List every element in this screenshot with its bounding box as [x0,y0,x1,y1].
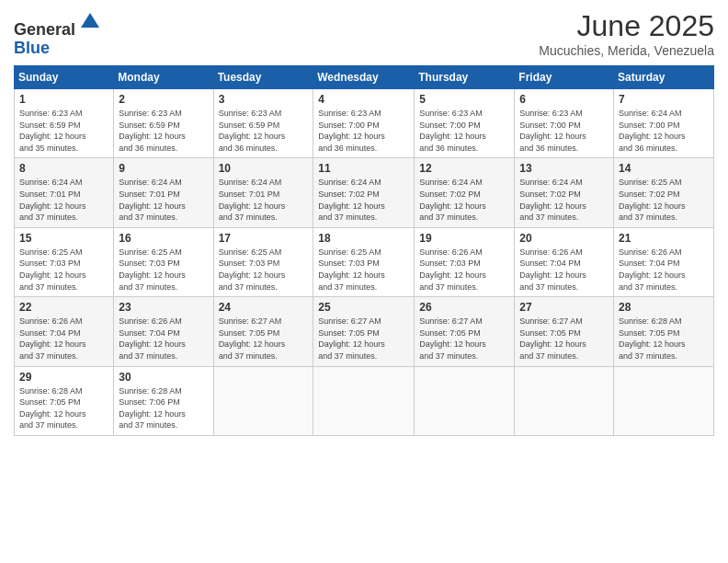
day-cell-5: 5 Sunrise: 6:23 AM Sunset: 7:00 PM Dayli… [415,89,515,158]
header-wednesday: Wednesday [313,66,415,89]
day-number: 22 [19,301,108,314]
day-info: Sunrise: 6:27 AM Sunset: 7:05 PM Dayligh… [519,316,609,362]
day-cell-9: 9 Sunrise: 6:24 AM Sunset: 7:01 PM Dayli… [114,158,213,227]
svg-marker-0 [81,13,99,28]
day-number: 1 [19,93,108,106]
day-number: 7 [619,93,709,106]
day-number: 23 [119,301,208,314]
calendar-week-2: 8 Sunrise: 6:24 AM Sunset: 7:01 PM Dayli… [15,158,714,227]
day-number: 24 [219,301,309,314]
day-cell-26: 26 Sunrise: 6:27 AM Sunset: 7:05 PM Dayl… [415,297,515,366]
day-cell-16: 16 Sunrise: 6:25 AM Sunset: 7:03 PM Dayl… [114,227,213,296]
day-cell-18: 18 Sunrise: 6:25 AM Sunset: 7:03 PM Dayl… [313,227,415,296]
day-info: Sunrise: 6:25 AM Sunset: 7:03 PM Dayligh… [19,247,108,293]
day-info: Sunrise: 6:23 AM Sunset: 6:59 PM Dayligh… [219,108,309,154]
title-month: June 2025 [539,9,714,43]
day-cell-29: 29 Sunrise: 6:28 AM Sunset: 7:05 PM Dayl… [15,366,114,435]
day-number: 10 [219,162,309,175]
day-number: 29 [19,371,108,384]
day-info: Sunrise: 6:24 AM Sunset: 7:02 PM Dayligh… [419,177,509,223]
day-info: Sunrise: 6:28 AM Sunset: 7:05 PM Dayligh… [19,385,108,431]
day-info: Sunrise: 6:27 AM Sunset: 7:05 PM Dayligh… [318,316,409,362]
day-cell-22: 22 Sunrise: 6:26 AM Sunset: 7:04 PM Dayl… [15,297,114,366]
calendar-week-4: 22 Sunrise: 6:26 AM Sunset: 7:04 PM Dayl… [15,297,714,366]
header-saturday: Saturday [614,66,714,89]
day-number: 18 [318,232,409,245]
day-number: 8 [19,162,108,175]
day-cell-25: 25 Sunrise: 6:27 AM Sunset: 7:05 PM Dayl… [313,297,415,366]
day-info: Sunrise: 6:25 AM Sunset: 7:03 PM Dayligh… [318,247,409,293]
day-number: 17 [219,232,309,245]
day-cell-6: 6 Sunrise: 6:23 AM Sunset: 7:00 PM Dayli… [515,89,614,158]
day-cell-12: 12 Sunrise: 6:24 AM Sunset: 7:02 PM Dayl… [415,158,515,227]
day-info: Sunrise: 6:24 AM Sunset: 7:02 PM Dayligh… [318,177,409,223]
header-monday: Monday [114,66,213,89]
day-info: Sunrise: 6:23 AM Sunset: 7:00 PM Dayligh… [419,108,509,154]
day-cell-1: 1 Sunrise: 6:23 AM Sunset: 6:59 PM Dayli… [15,89,114,158]
day-cell-30: 30 Sunrise: 6:28 AM Sunset: 7:06 PM Dayl… [114,366,213,435]
day-info: Sunrise: 6:26 AM Sunset: 7:04 PM Dayligh… [119,316,208,362]
logo-icon [77,9,103,35]
day-number: 15 [19,232,108,245]
day-number: 6 [519,93,609,106]
day-number: 21 [619,232,709,245]
day-info: Sunrise: 6:24 AM Sunset: 7:02 PM Dayligh… [519,177,609,223]
calendar-week-3: 15 Sunrise: 6:25 AM Sunset: 7:03 PM Dayl… [15,227,714,296]
day-cell-21: 21 Sunrise: 6:26 AM Sunset: 7:04 PM Dayl… [614,227,714,296]
day-info: Sunrise: 6:25 AM Sunset: 7:03 PM Dayligh… [219,247,309,293]
day-cell-19: 19 Sunrise: 6:26 AM Sunset: 7:03 PM Dayl… [415,227,515,296]
title-block: June 2025 Mucuchies, Merida, Venezuela [539,9,714,58]
day-number: 4 [318,93,409,106]
day-info: Sunrise: 6:26 AM Sunset: 7:03 PM Dayligh… [419,247,509,293]
day-number: 3 [219,93,309,106]
day-cell-13: 13 Sunrise: 6:24 AM Sunset: 7:02 PM Dayl… [515,158,614,227]
day-number: 11 [318,162,409,175]
day-info: Sunrise: 6:26 AM Sunset: 7:04 PM Dayligh… [519,247,609,293]
day-number: 16 [119,232,208,245]
day-number: 26 [419,301,509,314]
day-info: Sunrise: 6:25 AM Sunset: 7:03 PM Dayligh… [119,247,208,293]
logo-blue-text: Blue [14,39,50,57]
calendar-table: Sunday Monday Tuesday Wednesday Thursday… [14,65,714,436]
day-info: Sunrise: 6:24 AM Sunset: 7:01 PM Dayligh… [119,177,208,223]
day-info: Sunrise: 6:23 AM Sunset: 6:59 PM Dayligh… [119,108,208,154]
header-thursday: Thursday [415,66,515,89]
day-info: Sunrise: 6:23 AM Sunset: 7:00 PM Dayligh… [318,108,409,154]
day-cell-17: 17 Sunrise: 6:25 AM Sunset: 7:03 PM Dayl… [213,227,313,296]
day-info: Sunrise: 6:24 AM Sunset: 7:01 PM Dayligh… [19,177,108,223]
day-info: Sunrise: 6:27 AM Sunset: 7:05 PM Dayligh… [219,316,309,362]
day-number: 19 [419,232,509,245]
day-number: 14 [619,162,709,175]
day-info: Sunrise: 6:23 AM Sunset: 6:59 PM Dayligh… [19,108,108,154]
day-number: 30 [119,371,208,384]
calendar-header-row: Sunday Monday Tuesday Wednesday Thursday… [15,66,714,89]
day-cell-3: 3 Sunrise: 6:23 AM Sunset: 6:59 PM Dayli… [213,89,313,158]
logo: General Blue [14,9,103,58]
day-info: Sunrise: 6:26 AM Sunset: 7:04 PM Dayligh… [619,247,709,293]
day-cell-7: 7 Sunrise: 6:24 AM Sunset: 7:00 PM Dayli… [614,89,714,158]
day-number: 13 [519,162,609,175]
day-info: Sunrise: 6:28 AM Sunset: 7:06 PM Dayligh… [119,385,208,431]
day-cell-4: 4 Sunrise: 6:23 AM Sunset: 7:00 PM Dayli… [313,89,415,158]
day-info: Sunrise: 6:24 AM Sunset: 7:01 PM Dayligh… [219,177,309,223]
day-info: Sunrise: 6:26 AM Sunset: 7:04 PM Dayligh… [19,316,108,362]
header: General Blue June 2025 Mucuchies, Merida… [14,9,714,58]
calendar-week-1: 1 Sunrise: 6:23 AM Sunset: 6:59 PM Dayli… [15,89,714,158]
day-number: 25 [318,301,409,314]
day-number: 5 [419,93,509,106]
day-cell-27: 27 Sunrise: 6:27 AM Sunset: 7:05 PM Dayl… [515,297,614,366]
day-info: Sunrise: 6:23 AM Sunset: 7:00 PM Dayligh… [519,108,609,154]
day-info: Sunrise: 6:28 AM Sunset: 7:05 PM Dayligh… [619,316,709,362]
day-cell-2: 2 Sunrise: 6:23 AM Sunset: 6:59 PM Dayli… [114,89,213,158]
day-cell-28: 28 Sunrise: 6:28 AM Sunset: 7:05 PM Dayl… [614,297,714,366]
day-number: 27 [519,301,609,314]
title-location: Mucuchies, Merida, Venezuela [539,43,714,58]
day-info: Sunrise: 6:24 AM Sunset: 7:00 PM Dayligh… [619,108,709,154]
page: General Blue June 2025 Mucuchies, Merida… [0,0,728,563]
day-number: 20 [519,232,609,245]
day-cell-24: 24 Sunrise: 6:27 AM Sunset: 7:05 PM Dayl… [213,297,313,366]
day-cell-10: 10 Sunrise: 6:24 AM Sunset: 7:01 PM Dayl… [213,158,313,227]
day-cell-14: 14 Sunrise: 6:25 AM Sunset: 7:02 PM Dayl… [614,158,714,227]
day-cell-15: 15 Sunrise: 6:25 AM Sunset: 7:03 PM Dayl… [15,227,114,296]
logo-general-text: General [14,20,75,39]
